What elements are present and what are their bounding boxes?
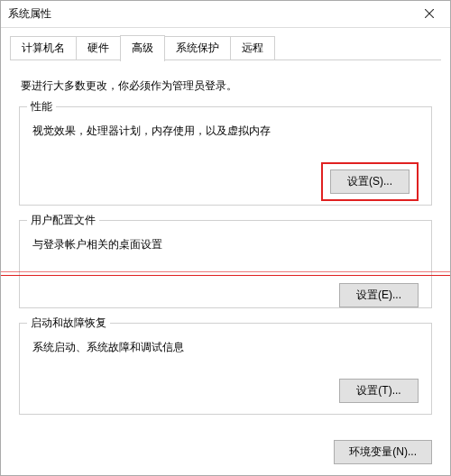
window-title: 系统属性 — [8, 6, 409, 22]
startup-recovery-settings-button[interactable]: 设置(T)... — [339, 379, 419, 403]
environment-variables-button[interactable]: 环境变量(N)... — [334, 440, 432, 464]
group-startup-recovery-desc: 系统启动、系统故障和调试信息 — [32, 340, 419, 355]
admin-required-text: 要进行大多数更改，你必须作为管理员登录。 — [21, 78, 432, 94]
tab-system-protection[interactable]: 系统保护 — [164, 36, 231, 60]
group-performance: 性能 视觉效果，处理器计划，内存使用，以及虚拟内存 设置(S)... — [19, 106, 432, 206]
user-profile-settings-button[interactable]: 设置(E)... — [339, 283, 419, 307]
tab-bar: 计算机名 硬件 高级 系统保护 远程 — [1, 28, 450, 60]
titlebar: 系统属性 — [1, 1, 450, 28]
close-button[interactable] — [409, 0, 450, 27]
tab-underline — [10, 60, 441, 60]
group-user-profile-desc: 与登录帐户相关的桌面设置 — [32, 237, 419, 252]
group-startup-recovery: 启动和故障恢复 系统启动、系统故障和调试信息 设置(T)... — [19, 323, 432, 415]
tab-computer-name[interactable]: 计算机名 — [10, 36, 77, 60]
close-icon — [425, 9, 434, 18]
content-area: 要进行大多数更改，你必须作为管理员登录。 性能 视觉效果，处理器计划，内存使用，… — [1, 60, 450, 415]
annotation-line-icon — [1, 271, 450, 272]
group-user-profile: 用户配置文件 与登录帐户相关的桌面设置 设置(E)... — [19, 220, 432, 308]
performance-settings-button[interactable]: 设置(S)... — [330, 169, 410, 194]
group-performance-legend: 性能 — [27, 99, 56, 114]
highlight-annotation: 设置(S)... — [321, 162, 419, 201]
tab-remote[interactable]: 远程 — [230, 36, 275, 60]
group-performance-desc: 视觉效果，处理器计划，内存使用，以及虚拟内存 — [32, 124, 419, 139]
system-properties-window: 系统属性 计算机名 硬件 高级 系统保护 远程 要进行大多数更改，你必须作为管理… — [0, 0, 451, 476]
group-user-profile-legend: 用户配置文件 — [27, 213, 99, 228]
tab-hardware[interactable]: 硬件 — [76, 36, 121, 60]
annotation-line-icon — [1, 275, 450, 276]
tab-advanced[interactable]: 高级 — [120, 35, 165, 61]
bottom-button-row: 环境变量(N)... — [334, 440, 432, 464]
group-startup-recovery-legend: 启动和故障恢复 — [27, 316, 110, 331]
